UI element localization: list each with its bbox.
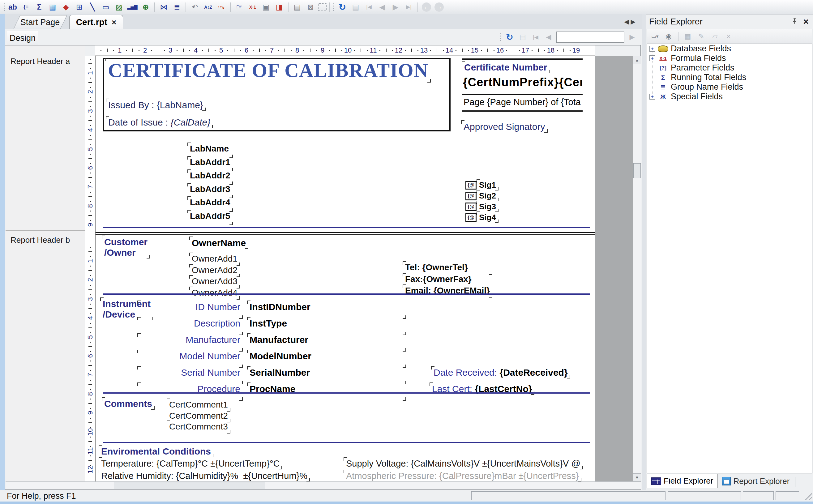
device-field-label[interactable]: Serial Number xyxy=(140,367,240,384)
group-expert-icon[interactable]: ≣ xyxy=(171,2,183,13)
comments-label[interactable]: Comments xyxy=(104,399,152,409)
delete-field-icon[interactable]: × xyxy=(723,31,734,42)
export-icon[interactable]: ▤ xyxy=(350,2,362,13)
line-object[interactable] xyxy=(462,110,583,112)
vertical-scroll-thumb[interactable] xyxy=(633,163,641,178)
tab-cert-rpt[interactable]: Cert.rpt × xyxy=(69,15,123,29)
lab-field[interactable]: LabAddr4 xyxy=(190,198,230,211)
record-sort-icon[interactable]: ∷↘ xyxy=(216,2,227,13)
tree-item-running-total-fields[interactable]: + Σ Running Total Fields xyxy=(649,73,812,82)
section-expert-icon[interactable]: ◨ xyxy=(273,2,285,13)
new-field-icon[interactable]: ▦ xyxy=(682,31,693,42)
device-field-value[interactable]: InstType xyxy=(250,318,404,335)
export-icon[interactable]: ▤ xyxy=(517,32,528,42)
owner-name-field[interactable]: OwnerName xyxy=(192,238,246,248)
insert-map-icon[interactable]: ⊕ xyxy=(140,2,152,13)
close-tab-icon[interactable]: × xyxy=(112,18,116,26)
device-field-value[interactable]: ProcName xyxy=(250,384,404,400)
supply-voltage-field[interactable]: Supply Voltage: {CalMainsVolts}V ±{Uncer… xyxy=(346,459,580,469)
owner-address-field[interactable]: OwnerAdd3 xyxy=(192,276,237,288)
comment-field[interactable]: CertComment3 xyxy=(169,422,228,433)
signature-field[interactable]: {@ Sig1 xyxy=(465,180,496,190)
device-field-label[interactable]: ID Number xyxy=(140,302,240,318)
sort-order-icon[interactable]: A↕Z xyxy=(202,2,214,13)
expand-icon[interactable]: + xyxy=(649,94,655,100)
owner-address-field[interactable]: OwnerAdd1 xyxy=(192,254,237,265)
date-of-issue-field[interactable]: Date of Issue : {CalDate} xyxy=(108,117,210,128)
nav-first-icon[interactable]: |◀ xyxy=(363,2,375,13)
refresh-icon[interactable]: ↻ xyxy=(336,2,348,13)
owner-address-field[interactable]: OwnerAdd2 xyxy=(192,265,237,277)
temperature-field[interactable]: Temperature: {CalTemp}°C ±{UncertTemp}°C xyxy=(101,459,280,469)
insert-box-icon[interactable]: ▭ xyxy=(100,2,112,13)
lab-field[interactable]: LabAddr1 xyxy=(190,157,230,171)
comment-field[interactable]: CertComment1 xyxy=(169,400,228,411)
insert-crosstab-icon[interactable]: ▦ xyxy=(47,2,58,13)
tab-report-explorer[interactable]: Report Explorer xyxy=(718,474,800,488)
device-field-label[interactable]: Manufacturer xyxy=(140,335,240,351)
certificate-number-label[interactable]: Certificate Number xyxy=(464,62,547,73)
divider-line[interactable] xyxy=(103,293,590,295)
nav-last-icon[interactable]: ▶| xyxy=(403,2,415,13)
atmospheric-pressure-field[interactable]: Atmospheric Pressure: {CalPressure}mBar … xyxy=(346,471,579,481)
tab-design[interactable]: Design xyxy=(7,31,38,45)
device-field-label[interactable]: Procedure xyxy=(140,384,240,400)
lab-field[interactable]: LabName xyxy=(190,144,230,157)
tree-item-formula-fields[interactable]: + X·1 Formula Fields xyxy=(649,53,812,63)
lock-format-icon[interactable]: ⊠ xyxy=(305,2,316,13)
pin-icon[interactable] xyxy=(791,18,798,25)
device-field-label[interactable]: Description xyxy=(140,318,240,335)
undo-icon[interactable]: ↶ xyxy=(189,2,201,13)
nav-prev-icon[interactable]: ◀ xyxy=(376,2,388,13)
lab-field[interactable]: LabAddr5 xyxy=(190,211,230,225)
insert-text-object-icon[interactable]: ab xyxy=(7,2,19,13)
divider-line[interactable] xyxy=(103,392,590,394)
horizontal-scroll-thumb[interactable] xyxy=(114,482,265,489)
tab-start-page[interactable]: Start Page xyxy=(13,15,67,29)
forward-icon[interactable]: → xyxy=(434,2,444,12)
select-expert-icon[interactable]: ☞ xyxy=(233,2,245,13)
nav-first-icon[interactable]: |◀ xyxy=(530,32,541,42)
customer-owner-label[interactable]: Customer/Owner xyxy=(104,237,148,258)
tab-scroll-arrows[interactable]: ◀▶ xyxy=(624,18,637,25)
divider-line[interactable] xyxy=(103,442,590,443)
approved-signatory-label[interactable]: Approved Signatory xyxy=(464,122,545,132)
tree-item-database-fields[interactable]: + Database Fields xyxy=(649,44,812,53)
line-object[interactable] xyxy=(462,58,583,60)
section-report-header-a[interactable]: Report Header a xyxy=(11,57,70,66)
insert-ole-object-icon[interactable]: ◆ xyxy=(60,2,72,13)
lab-field[interactable]: LabAddr3 xyxy=(190,184,230,198)
tab-field-explorer[interactable]: Field Explorer xyxy=(647,474,718,488)
device-field-value[interactable]: InstIDNumber xyxy=(250,302,404,318)
nav-next-icon[interactable]: ▶ xyxy=(627,32,637,42)
comment-field[interactable]: CertComment2 xyxy=(169,411,228,422)
guidelines-icon[interactable] xyxy=(318,3,327,11)
hyperlink-icon[interactable]: ▤ xyxy=(291,2,303,13)
section-a-bottom-line[interactable] xyxy=(103,227,590,228)
environmental-conditions-label[interactable]: Enviromental Conditions xyxy=(101,446,211,457)
owner-contact-field[interactable]: Fax:{OwnerFax} xyxy=(405,274,490,286)
report-title-field[interactable]: CERTIFICATE OF CALIBRATION xyxy=(108,59,428,82)
insert-to-report-icon[interactable]: ▭▾ xyxy=(649,31,661,42)
tree-item-group-name-fields[interactable]: + ≣ Group Name Fields xyxy=(649,82,812,92)
scroll-up-icon[interactable]: ▲ xyxy=(633,56,641,64)
page-number-field[interactable]: Page {Page Number} of {Tota xyxy=(464,97,582,107)
duplicate-field-icon[interactable]: ▱ xyxy=(709,31,721,42)
refresh-icon[interactable]: ↻ xyxy=(504,32,515,42)
insert-line-icon[interactable]: ╲ xyxy=(87,2,98,13)
date-received-field[interactable]: Date Received: {DateReceived} xyxy=(434,367,568,378)
horizontal-ruler[interactable]: 12345678910111213141516171819 xyxy=(95,45,595,56)
insert-group-icon[interactable]: {≡ xyxy=(20,2,32,13)
vertical-scrollbar[interactable]: ▲ ▼ xyxy=(633,56,641,481)
insert-chart-icon[interactable]: ▂▅▇ xyxy=(126,2,138,13)
lab-field[interactable]: LabAddr2 xyxy=(190,171,230,184)
device-field-value[interactable]: ModelNumber xyxy=(250,351,404,367)
nav-next-icon[interactable]: ▶ xyxy=(390,2,401,13)
device-field-label[interactable]: Model Number xyxy=(140,351,240,367)
edit-field-icon[interactable]: ✎ xyxy=(696,31,707,42)
device-field-value[interactable]: Manufacturer xyxy=(250,335,404,351)
humidity-field[interactable]: Relative Humidity: {CalHumidity}% ±{Unce… xyxy=(101,471,307,481)
insert-subreport-icon[interactable]: ⊞ xyxy=(73,2,85,13)
close-panel-icon[interactable]: × xyxy=(803,17,809,26)
insert-picture-icon[interactable]: ▨ xyxy=(113,2,125,13)
